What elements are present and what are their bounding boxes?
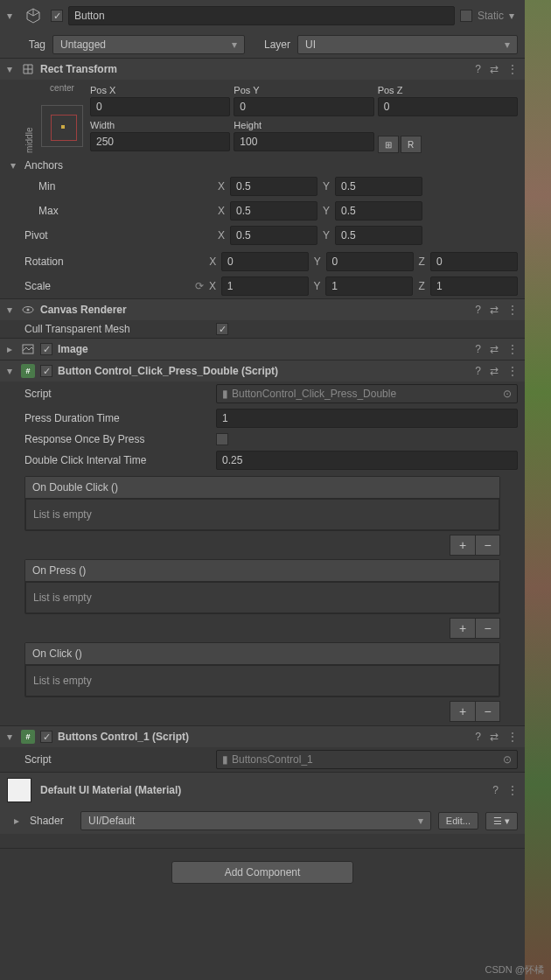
- response-once-label: Response Once By Press: [24, 433, 213, 445]
- pivot-y-input[interactable]: [335, 226, 422, 245]
- preset-icon[interactable]: ⇄: [490, 63, 499, 75]
- max-x-input[interactable]: [230, 201, 317, 220]
- rect-transform-title: Rect Transform: [40, 63, 470, 75]
- pos-x-input[interactable]: [90, 97, 230, 116]
- on-double-click-event: On Double Click () List is empty: [24, 476, 500, 531]
- image-foldout[interactable]: ▸: [7, 343, 16, 355]
- help-icon[interactable]: ?: [475, 343, 481, 355]
- pos-y-input[interactable]: [234, 97, 373, 116]
- min-y-input[interactable]: [335, 177, 422, 196]
- gameobject-name-input[interactable]: [68, 6, 455, 25]
- buttons-control-enabled-checkbox[interactable]: [40, 731, 52, 743]
- rect-transform-foldout[interactable]: ▾: [7, 63, 16, 75]
- max-label: Max: [38, 205, 213, 217]
- help-icon[interactable]: ?: [475, 63, 481, 75]
- script-label: Script: [24, 388, 213, 400]
- script-label: Script: [24, 753, 213, 766]
- event-add-button[interactable]: +: [450, 536, 475, 555]
- buttons-control-title: Buttons Control_1 (Script): [58, 731, 470, 743]
- press-duration-label: Press Duration Time: [24, 412, 213, 424]
- height-input[interactable]: [234, 132, 373, 151]
- material-foldout[interactable]: ▸: [14, 815, 23, 827]
- event-empty-label: List is empty: [25, 665, 499, 696]
- canvas-renderer-icon: [21, 303, 35, 317]
- pos-z-input[interactable]: [378, 97, 518, 116]
- max-y-input[interactable]: [335, 201, 422, 220]
- event-add-button[interactable]: +: [450, 702, 475, 721]
- scale-z-input[interactable]: [430, 276, 518, 296]
- constrain-scale-icon[interactable]: ⟳: [195, 280, 204, 292]
- rot-y-input[interactable]: [326, 252, 414, 271]
- edit-button[interactable]: Edit...: [438, 812, 478, 830]
- anchors-foldout[interactable]: ▾: [10, 159, 19, 172]
- pos-z-label: Pos Z: [378, 83, 518, 97]
- static-dropdown[interactable]: ▾: [509, 10, 518, 22]
- script-icon: #: [21, 730, 35, 744]
- menu-icon[interactable]: ⋮: [507, 731, 518, 743]
- press-duration-input[interactable]: [216, 409, 518, 428]
- anchor-h-label: center: [41, 83, 83, 93]
- on-press-event: On Press () List is empty: [24, 559, 500, 614]
- static-checkbox[interactable]: [460, 10, 472, 22]
- response-once-checkbox[interactable]: [216, 433, 228, 445]
- scale-y-input[interactable]: [325, 276, 413, 296]
- gameobject-icon: [21, 4, 45, 28]
- help-icon[interactable]: ?: [492, 784, 499, 796]
- blueprint-mode-button[interactable]: ⊞: [378, 136, 399, 153]
- help-icon[interactable]: ?: [475, 731, 481, 743]
- min-x-input[interactable]: [230, 177, 317, 196]
- add-component-button[interactable]: Add Component: [171, 861, 354, 884]
- event-header: On Double Click (): [25, 477, 499, 499]
- image-enabled-checkbox[interactable]: [40, 343, 52, 355]
- csharp-icon: ▮: [222, 753, 228, 766]
- buttons-control-foldout[interactable]: ▾: [7, 731, 16, 743]
- shader-dropdown[interactable]: UI/Default: [80, 811, 431, 830]
- event-remove-button[interactable]: −: [475, 702, 499, 721]
- pos-x-label: Pos X: [90, 83, 230, 97]
- event-add-button[interactable]: +: [450, 619, 475, 638]
- double-click-interval-input[interactable]: [216, 451, 518, 470]
- pos-y-label: Pos Y: [234, 83, 373, 97]
- object-selector-icon[interactable]: ⊙: [503, 388, 512, 400]
- rotation-label: Rotation: [24, 256, 205, 268]
- tag-dropdown[interactable]: Untagged: [52, 35, 245, 54]
- cull-label: Cull Transparent Mesh: [24, 323, 213, 335]
- anchor-preset-button[interactable]: [41, 105, 83, 147]
- rot-z-input[interactable]: [430, 252, 518, 271]
- menu-icon[interactable]: ⋮: [507, 784, 518, 796]
- layer-dropdown[interactable]: UI: [297, 35, 518, 54]
- object-selector-icon[interactable]: ⊙: [503, 753, 512, 766]
- preset-icon[interactable]: ⇄: [490, 365, 499, 377]
- help-icon[interactable]: ?: [475, 365, 481, 377]
- cull-checkbox[interactable]: [216, 323, 228, 335]
- menu-icon[interactable]: ⋮: [507, 304, 518, 316]
- button-script-title: Button Control_Click_Press_Double (Scrip…: [58, 365, 470, 377]
- scale-x-input[interactable]: [221, 276, 309, 296]
- render-queue-button[interactable]: ☰ ▾: [485, 812, 518, 830]
- canvas-renderer-foldout[interactable]: ▾: [7, 304, 16, 316]
- preset-icon[interactable]: ⇄: [490, 304, 499, 316]
- event-remove-button[interactable]: −: [475, 536, 499, 555]
- event-empty-label: List is empty: [25, 499, 499, 530]
- raw-edit-button[interactable]: R: [401, 136, 422, 153]
- menu-icon[interactable]: ⋮: [507, 63, 518, 75]
- menu-icon[interactable]: ⋮: [507, 365, 518, 377]
- preset-icon[interactable]: ⇄: [490, 343, 499, 355]
- menu-icon[interactable]: ⋮: [507, 343, 518, 355]
- button-script-enabled-checkbox[interactable]: [40, 365, 52, 377]
- double-click-interval-label: Double Click Interval Time: [24, 454, 213, 466]
- button-script-foldout[interactable]: ▾: [7, 365, 16, 377]
- pivot-x-input[interactable]: [230, 226, 317, 245]
- script-field: ▮ ButtonsControl_1 ⊙: [216, 750, 518, 769]
- event-remove-button[interactable]: −: [475, 619, 499, 638]
- header-foldout[interactable]: ▾: [7, 10, 16, 22]
- watermark: CSDN @怀橘: [485, 963, 544, 976]
- rot-x-input[interactable]: [221, 252, 309, 271]
- active-checkbox[interactable]: [51, 10, 63, 22]
- help-icon[interactable]: ?: [475, 304, 481, 316]
- width-input[interactable]: [90, 132, 230, 151]
- layer-label: Layer: [252, 38, 290, 51]
- material-preview[interactable]: [7, 778, 31, 802]
- anchor-v-label: middle: [24, 95, 34, 153]
- preset-icon[interactable]: ⇄: [490, 731, 499, 743]
